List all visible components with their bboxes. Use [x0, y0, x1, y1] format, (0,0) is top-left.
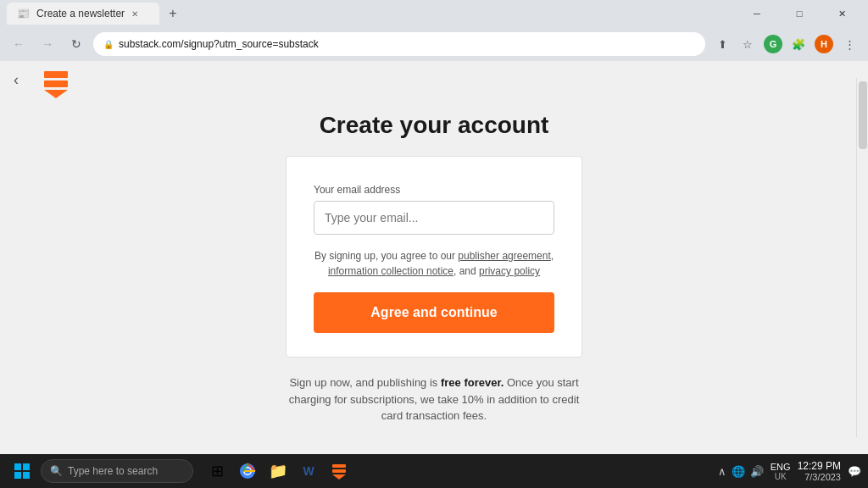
- sound-icon[interactable]: 🔊: [750, 465, 764, 478]
- notification-icon[interactable]: 💬: [848, 465, 861, 478]
- page-inner: Create your account Your email address B…: [0, 78, 868, 437]
- network-icon[interactable]: 🌐: [732, 465, 745, 478]
- chrome-taskbar-icon[interactable]: [234, 458, 261, 485]
- bottom-text-bold: free forever.: [441, 376, 504, 389]
- bookmark-icon[interactable]: ☆: [736, 32, 760, 56]
- maximize-button[interactable]: □: [780, 0, 819, 27]
- terms-and: , and: [453, 265, 479, 277]
- taskbar: 🔍 Type here to search ⊞ 📁 W: [0, 454, 868, 488]
- tab-title: Create a newsletter: [36, 8, 125, 19]
- agree-and-continue-button[interactable]: Agree and continue: [314, 292, 554, 333]
- terms-text: By signing up, you agree to our publishe…: [314, 248, 554, 279]
- page-wrapper: Create your account Your email address B…: [0, 78, 868, 437]
- active-tab[interactable]: 📰 Create a newsletter ✕: [7, 3, 159, 25]
- lock-icon: 🔒: [103, 40, 114, 49]
- account-avatar: G: [764, 35, 782, 53]
- language-badge[interactable]: ENG UK: [771, 462, 791, 481]
- title-bar: 📰 Create a newsletter ✕ + ─ □ ✕: [0, 0, 868, 27]
- task-view-button[interactable]: ⊞: [203, 458, 231, 485]
- time-display: 12:29 PM: [798, 460, 841, 472]
- files-taskbar-icon[interactable]: 📁: [264, 458, 292, 485]
- taskbar-search-bar[interactable]: 🔍 Type here to search: [41, 459, 193, 483]
- tab-close-button[interactable]: ✕: [131, 9, 138, 19]
- taskbar-clock[interactable]: 12:29 PM 7/3/2023: [798, 460, 841, 482]
- minimize-button[interactable]: ─: [737, 0, 776, 27]
- address-bar: ← → ↻ 🔒 substack.com/signup?utm_source=s…: [0, 27, 868, 61]
- email-field-label: Your email address: [314, 184, 554, 196]
- date-display: 7/3/2023: [798, 472, 841, 482]
- search-icon: 🔍: [50, 465, 63, 477]
- privacy-policy-link[interactable]: privacy policy: [479, 265, 540, 277]
- window-controls: ─ □ ✕: [737, 0, 861, 27]
- terms-prefix: By signing up, you agree to our: [314, 250, 458, 262]
- share-icon[interactable]: ⬆: [710, 32, 734, 56]
- user-avatar: H: [815, 35, 833, 53]
- svg-rect-0: [44, 71, 68, 78]
- forward-button[interactable]: →: [36, 32, 59, 56]
- word-taskbar-icon[interactable]: W: [295, 458, 322, 485]
- windows-logo-icon: [14, 463, 31, 480]
- taskbar-right: ∧ 🌐 🔊 ENG UK 12:29 PM 7/3/2023 💬: [718, 460, 861, 482]
- profile-icon[interactable]: G: [761, 32, 785, 56]
- chrome-icon: [239, 463, 256, 480]
- scrollbar-thumb[interactable]: [859, 81, 867, 149]
- close-button[interactable]: ✕: [822, 0, 861, 27]
- substack-taskbar-icon-svg: [331, 463, 348, 480]
- taskbar-search-placeholder: Type here to search: [68, 465, 158, 477]
- info-collection-link[interactable]: information collection notice: [328, 265, 453, 277]
- address-bar-actions: ⬆ ☆ G 🧩 H ⋮: [710, 32, 861, 56]
- region-text: UK: [775, 472, 787, 481]
- svg-marker-12: [332, 474, 346, 480]
- terms-comma: ,: [551, 250, 554, 262]
- svg-rect-10: [332, 464, 346, 468]
- svg-rect-4: [23, 463, 30, 470]
- url-bar[interactable]: 🔒 substack.com/signup?utm_source=substac…: [93, 32, 705, 56]
- reload-button[interactable]: ↻: [64, 32, 88, 56]
- menu-icon[interactable]: ⋮: [837, 32, 861, 56]
- svg-rect-6: [23, 472, 30, 479]
- tab-favicon: 📰: [17, 8, 30, 19]
- signup-card: Your email address By signing up, you ag…: [286, 156, 582, 358]
- system-tray: ∧ 🌐 🔊: [718, 465, 764, 478]
- tray-chevron-icon[interactable]: ∧: [718, 465, 726, 478]
- svg-rect-3: [14, 463, 21, 470]
- extensions-icon[interactable]: 🧩: [787, 32, 810, 56]
- bottom-text: Sign up now, and publishing is free fore…: [286, 374, 582, 424]
- start-button[interactable]: [7, 456, 37, 486]
- publisher-agreement-link[interactable]: publisher agreement: [458, 250, 550, 262]
- substack-taskbar-icon[interactable]: [326, 458, 353, 485]
- scrollbar[interactable]: [856, 78, 868, 437]
- page-title: Create your account: [320, 112, 549, 139]
- lang-text: ENG: [771, 462, 791, 472]
- bottom-text-prefix: Sign up now, and publishing is: [289, 376, 441, 389]
- back-button[interactable]: ←: [7, 32, 31, 56]
- email-input[interactable]: [314, 201, 554, 235]
- page-content: ‹ Create your account Your email address…: [0, 61, 868, 454]
- browser-profile-button[interactable]: H: [812, 32, 836, 56]
- taskbar-icons: ⊞ 📁 W: [203, 458, 353, 485]
- svg-rect-5: [14, 472, 21, 479]
- url-text: substack.com/signup?utm_source=substack: [119, 38, 319, 50]
- svg-rect-11: [332, 469, 346, 473]
- new-tab-button[interactable]: +: [163, 3, 183, 24]
